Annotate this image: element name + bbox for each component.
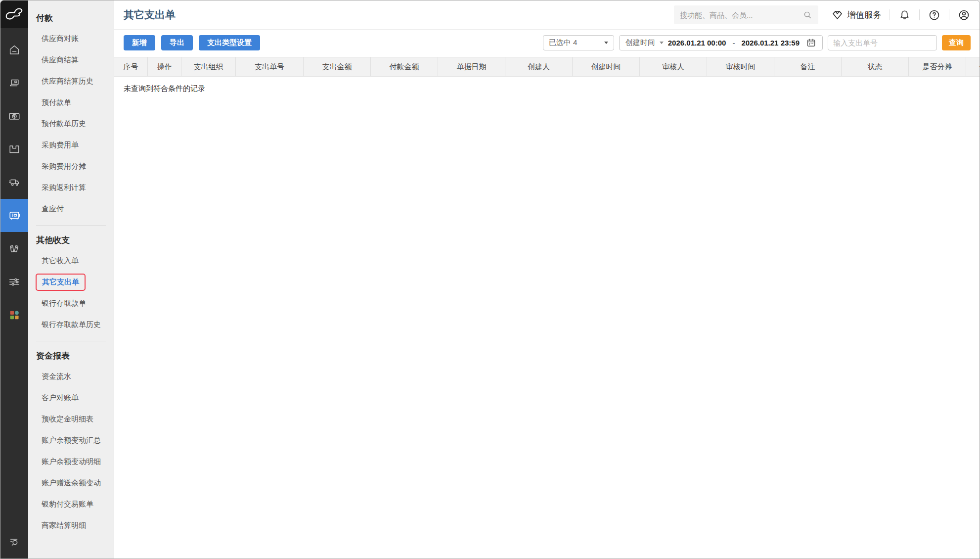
sidebar-item[interactable]: 银行存取款单历史 [28,314,114,335]
sidebar-item[interactable]: 账户赠送余额变动 [28,472,114,493]
page-title: 其它支出单 [124,8,176,22]
sidebar-section-title: 付款 [28,9,114,28]
add-button[interactable]: 新增 [124,35,155,50]
gem-icon [831,9,844,21]
table-column-header: 是否分摊 [909,57,966,76]
global-search-input[interactable] [680,11,803,19]
expense-type-settings-button[interactable]: 支出类型设置 [199,35,260,50]
sidebar-item[interactable]: 供应商结算历史 [28,70,114,92]
brand-logo[interactable] [0,0,28,28]
date-end-value: 2026.01.21 23:59 [741,39,800,47]
rail-item-package-icon[interactable] [0,133,28,166]
sidebar-item[interactable]: 采购返利计算 [28,177,114,198]
table-column-header: 单据日期 [438,57,505,76]
global-search[interactable] [674,5,818,24]
sidebar-item-selected-label: 其它支出单 [36,274,86,291]
table-column-header: 状态 [842,57,909,76]
rail-item-sliders-icon[interactable] [0,265,28,298]
sidebar-item[interactable]: 资金流水 [28,366,114,387]
sidebar: 付款供应商对账供应商结算供应商结算历史预付款单预付款单历史采购费用单采购费用分摊… [28,0,114,559]
sidebar-divider [36,341,106,341]
menu-search-icon[interactable] [8,536,21,551]
sidebar-item[interactable]: 供应商对账 [28,28,114,49]
rail-item-apps-grid-icon[interactable] [0,298,28,331]
expense-order-number-input[interactable] [828,35,937,50]
table-column-header: 序号 [114,57,148,76]
sidebar-item[interactable]: 账户余额变动明细 [28,451,114,472]
status-filter-value: 已选中 4 [549,38,578,47]
sidebar-item[interactable]: 采购费用分摊 [28,155,114,177]
divider [890,9,890,20]
date-start-value: 2026.01.21 00:00 [668,39,726,47]
chevron-down-icon [604,42,608,44]
help-icon[interactable] [928,8,941,22]
vas-label: 增值服务 [847,9,882,21]
search-icon [803,10,812,20]
profile-icon[interactable] [957,8,971,22]
sidebar-item[interactable]: 预付款单 [28,92,114,113]
table-column-header: 支出金额 [304,57,371,76]
value-added-services[interactable]: 增值服务 [831,9,882,21]
table-column-header: 创建人 [505,57,573,76]
table-column-header: 付款金额 [371,57,438,76]
sidebar-item[interactable]: 预付款单历史 [28,113,114,134]
sidebar-item[interactable]: 商家结算明细 [28,514,114,536]
rail-item-cash-icon[interactable] [0,99,28,133]
sidebar-item[interactable]: 查应付 [28,198,114,219]
date-range-filter[interactable]: 创建时间 2026.01.21 00:00 - 2026.01.21 23:59 [619,35,823,50]
table-column-header: 备注 [774,57,842,76]
main-area: 其它支出单 增值服务 [114,0,980,559]
table-column-header: 审核时间 [707,57,774,76]
table-column-header: 操作 [148,57,181,76]
sidebar-item[interactable]: 预收定金明细表 [28,408,114,429]
pospal-logo [5,6,24,22]
sidebar-section-title: 资金报表 [28,347,114,366]
table-column-header: 分 [966,57,980,76]
sidebar-item[interactable]: 其它支出单 [28,271,114,292]
date-separator: - [730,39,737,47]
divider [949,9,949,20]
table-column-header: 支出组织 [181,57,236,76]
rail-item-pos-terminal-icon[interactable] [0,66,28,99]
sidebar-item[interactable]: 采购费用单 [28,134,114,155]
icon-rail [0,0,28,559]
app-window: 付款供应商对账供应商结算供应商结算历史预付款单预付款单历史采购费用单采购费用分摊… [0,0,980,559]
filter-bar: 已选中 4 创建时间 2026.01.21 00:00 - 2026.01.21… [543,35,971,50]
rail-item-delivery-truck-icon[interactable] [0,166,28,199]
empty-state-message: 未查询到符合条件的记录 [114,77,980,93]
topbar: 其它支出单 增值服务 [114,0,980,30]
sidebar-divider [36,225,106,226]
rail-item-ledger-icon[interactable] [0,232,28,265]
sidebar-item[interactable]: 银豹付交易账单 [28,493,114,514]
table-column-header: 支出单号 [236,57,304,76]
rail-nav [0,33,28,331]
query-button[interactable]: 查询 [942,35,971,50]
sidebar-section-title: 其他收支 [28,232,114,250]
sidebar-item[interactable]: 其它收入单 [28,250,114,271]
sidebar-item[interactable]: 客户对账单 [28,387,114,408]
topbar-right: 增值服务 [674,5,971,24]
calendar-icon [806,38,816,48]
toolbar: 新增 导出 支出类型设置 已选中 4 创建时间 2026.01.21 00:00… [114,30,980,57]
divider [919,9,920,20]
status-filter-dropdown[interactable]: 已选中 4 [543,35,614,50]
time-field-label: 创建时间 [625,38,655,47]
rail-item-home-icon[interactable] [0,33,28,66]
table-header-row: 序号操作支出组织支出单号支出金额付款金额单据日期创建人创建时间审核人审核时间备注… [114,57,980,77]
rail-item-safe-icon[interactable] [0,199,28,232]
sidebar-item[interactable]: 账户余额变动汇总 [28,429,114,451]
sidebar-item[interactable]: 供应商结算 [28,49,114,70]
table-column-header: 审核人 [640,57,707,76]
bell-icon[interactable] [898,8,911,22]
sidebar-item[interactable]: 银行存取款单 [28,292,114,314]
chevron-down-icon [660,42,664,44]
table-column-header: 创建时间 [573,57,640,76]
export-button[interactable]: 导出 [161,35,193,50]
